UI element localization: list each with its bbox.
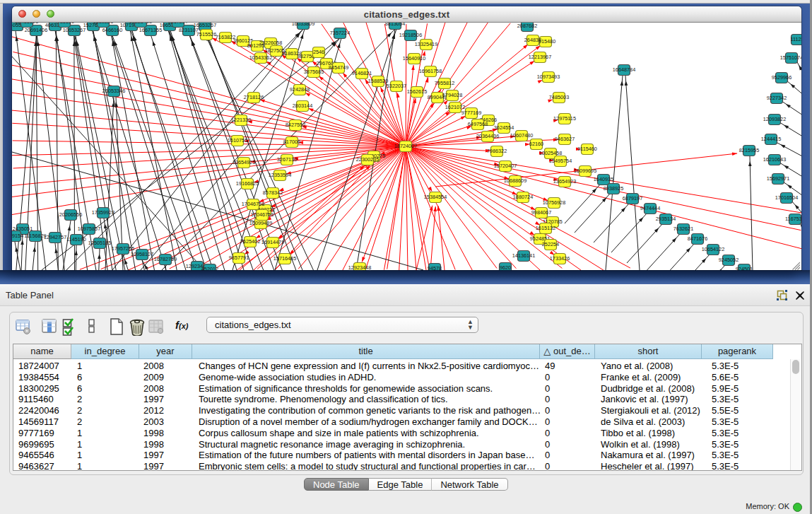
svg-text:94578: 94578 — [428, 265, 442, 270]
svg-text:7986322: 7986322 — [487, 148, 507, 154]
svg-text:9463627: 9463627 — [555, 136, 575, 142]
svg-text:16648784: 16648784 — [613, 66, 635, 73]
svg-text:452012: 452012 — [201, 266, 218, 270]
svg-text:3624554: 3624554 — [494, 124, 514, 131]
svg-text:252254: 252254 — [542, 241, 559, 247]
svg-text:8215955: 8215955 — [739, 147, 759, 153]
svg-text:10228452: 10228452 — [129, 23, 152, 25]
svg-text:939154: 939154 — [12, 233, 23, 239]
svg-text:18724007: 18724007 — [394, 143, 417, 149]
svg-text:1880724: 1880724 — [513, 194, 533, 200]
svg-text:16653267: 16653267 — [194, 23, 216, 28]
svg-text:2718126: 2718126 — [244, 94, 264, 100]
svg-text:12505185: 12505185 — [88, 240, 111, 246]
svg-text:17016504: 17016504 — [775, 194, 798, 201]
svg-text:16099489: 16099489 — [249, 220, 272, 226]
svg-text:9245052: 9245052 — [719, 257, 739, 263]
svg-text:7625402: 7625402 — [240, 238, 260, 245]
svg-text:1733426: 1733426 — [550, 255, 570, 262]
svg-text:12353594: 12353594 — [269, 172, 291, 178]
svg-text:16671355: 16671355 — [139, 27, 162, 33]
svg-text:6794028: 6794028 — [442, 92, 462, 98]
svg-text:1167534: 1167534 — [785, 216, 801, 222]
svg-text:817006: 817006 — [283, 139, 300, 145]
svg-text:17046758: 17046758 — [242, 201, 264, 207]
svg-text:9857791: 9857791 — [229, 255, 249, 261]
svg-text:9620: 9620 — [500, 264, 511, 270]
svg-text:10975857: 10975857 — [78, 226, 100, 232]
svg-text:10607480: 10607480 — [510, 132, 533, 139]
svg-text:1610755: 1610755 — [228, 137, 247, 144]
svg-text:2935134: 2935134 — [656, 216, 676, 222]
svg-text:26053346: 26053346 — [102, 88, 125, 94]
svg-text:8813054: 8813054 — [385, 23, 405, 27]
svg-text:13654923: 13654923 — [553, 178, 576, 185]
svg-text:15751074: 15751074 — [780, 54, 801, 61]
svg-text:15692971: 15692971 — [767, 175, 789, 182]
svg-text:14136141: 14136141 — [512, 252, 535, 259]
svg-text:8578342: 8578342 — [263, 189, 283, 196]
svg-text:1839221: 1839221 — [93, 23, 113, 25]
svg-text:16099695: 16099695 — [574, 168, 596, 174]
svg-text:4735650: 4735650 — [54, 23, 74, 25]
svg-text:1615132: 1615132 — [536, 225, 555, 231]
svg-text:17046758: 17046758 — [251, 211, 273, 218]
svg-text:9529966: 9529966 — [772, 74, 792, 81]
svg-text:12093822: 12093822 — [763, 116, 786, 122]
svg-text:9146821: 9146821 — [352, 70, 372, 76]
svg-text:13325419: 13325419 — [415, 41, 437, 47]
svg-text:264838: 264838 — [524, 37, 541, 43]
svg-text:17359928: 17359928 — [92, 209, 114, 216]
svg-text:7632621: 7632621 — [673, 226, 693, 232]
svg-text:7485003: 7485003 — [549, 94, 569, 100]
svg-text:10543362: 10543362 — [249, 54, 272, 61]
svg-text:6497568: 6497568 — [468, 121, 488, 127]
svg-text:16782759: 16782759 — [154, 256, 177, 262]
svg-text:9474444: 9474444 — [640, 205, 660, 211]
svg-text:1588520: 1588520 — [368, 78, 388, 84]
svg-text:20206556: 20206556 — [59, 211, 82, 218]
svg-text:11125: 11125 — [790, 36, 801, 42]
svg-text:1562615: 1562615 — [407, 88, 427, 95]
svg-text:8471676: 8471676 — [688, 235, 707, 242]
svg-text:12942757: 12942757 — [44, 234, 66, 240]
svg-text:7357224: 7357224 — [330, 30, 350, 36]
svg-text:22300235: 22300235 — [356, 156, 379, 163]
svg-text:15716485: 15716485 — [273, 255, 296, 262]
svg-text:20364436: 20364436 — [476, 133, 499, 139]
svg-text:3875685: 3875685 — [304, 69, 324, 75]
svg-text:1221330: 1221330 — [231, 117, 251, 123]
svg-text:2803144: 2803144 — [293, 103, 312, 109]
svg-text:9242848: 9242848 — [290, 86, 310, 93]
svg-text:12975115: 12975115 — [553, 115, 576, 122]
svg-text:10688609: 10688609 — [504, 177, 526, 184]
svg-text:10653267: 10653267 — [63, 27, 86, 33]
svg-text:20691406: 20691406 — [25, 27, 47, 33]
svg-text:9115460: 9115460 — [577, 146, 597, 152]
svg-text:9227342: 9227342 — [767, 95, 787, 101]
svg-text:12923448: 12923448 — [348, 264, 371, 270]
svg-text:10654925: 10654925 — [233, 159, 255, 165]
svg-text:5322037: 5322037 — [387, 83, 406, 89]
svg-text:10756928: 10756928 — [543, 199, 565, 206]
svg-text:15495754: 15495754 — [549, 158, 572, 164]
svg-text:10958107: 10958107 — [131, 251, 153, 257]
svg-text:2546: 2546 — [313, 49, 324, 55]
svg-text:7515526: 7515526 — [196, 31, 216, 37]
svg-text:16210643: 16210643 — [763, 156, 786, 163]
svg-text:9984067: 9984067 — [531, 209, 551, 216]
svg-text:62160: 62160 — [529, 141, 543, 147]
svg-text:6879197: 6879197 — [623, 195, 642, 201]
svg-text:9217207: 9217207 — [168, 23, 188, 25]
svg-text:8938925: 8938925 — [604, 185, 623, 192]
svg-text:16914479: 16914479 — [261, 239, 284, 245]
svg-text:16961758: 16961758 — [419, 68, 442, 74]
svg-text:2087682: 2087682 — [517, 23, 537, 29]
svg-text:15720407: 15720407 — [494, 163, 517, 169]
svg-text:12213967: 12213967 — [529, 54, 551, 60]
svg-text:8427552: 8427552 — [286, 122, 305, 128]
svg-text:924501: 924501 — [736, 266, 753, 270]
svg-text:10973493: 10973493 — [537, 74, 560, 80]
svg-text:9777169: 9777169 — [461, 110, 481, 116]
svg-text:7955812: 7955812 — [435, 80, 454, 86]
